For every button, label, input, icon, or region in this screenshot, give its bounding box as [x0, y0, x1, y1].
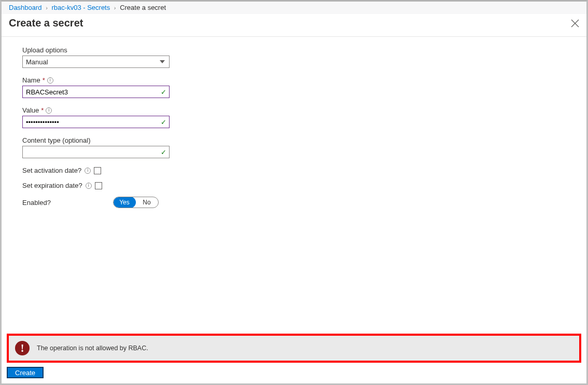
enabled-yes[interactable]: Yes: [113, 197, 136, 208]
value-field: Value * i ✓: [22, 106, 170, 128]
name-input[interactable]: [22, 86, 170, 98]
breadcrumb-secrets[interactable]: rbac-kv03 - Secrets: [52, 4, 110, 11]
expiration-date-checkbox[interactable]: [95, 182, 102, 189]
value-label: Value: [22, 106, 39, 114]
info-icon[interactable]: i: [85, 168, 91, 174]
close-icon[interactable]: [571, 19, 579, 28]
breadcrumb: Dashboard › rbac-kv03 - Secrets › Create…: [2, 2, 586, 14]
upload-options-field: Upload options Manual: [22, 46, 170, 68]
activation-date-row: Set activation date? i: [22, 167, 579, 174]
enabled-toggle[interactable]: Yes No: [113, 197, 159, 208]
enabled-row: Enabled? Yes No: [22, 197, 579, 208]
blade-header: Create a secret: [2, 14, 586, 37]
name-field: Name * i ✓: [22, 76, 170, 98]
enabled-no[interactable]: No: [135, 197, 158, 208]
required-marker: *: [43, 76, 45, 84]
error-banner: ! The operation is not allowed by RBAC.: [7, 334, 581, 363]
content-type-label: Content type (optional): [22, 136, 91, 144]
upload-options-label: Upload options: [22, 46, 67, 54]
chevron-right-icon: ›: [46, 5, 48, 11]
info-icon[interactable]: i: [86, 183, 92, 189]
create-secret-blade: Dashboard › rbac-kv03 - Secrets › Create…: [0, 0, 588, 385]
expiration-date-label: Set expiration date?: [22, 182, 82, 189]
content-type-field: Content type (optional) ✓: [22, 136, 170, 158]
page-title: Create a secret: [9, 17, 83, 29]
value-input[interactable]: [22, 116, 170, 128]
footer-region: ! The operation is not allowed by RBAC. …: [2, 329, 586, 383]
activation-date-label: Set activation date?: [22, 167, 81, 174]
create-button[interactable]: Create: [7, 367, 44, 378]
chevron-down-icon: [160, 60, 165, 63]
activation-date-checkbox[interactable]: [94, 167, 101, 174]
name-label: Name: [22, 76, 40, 84]
required-marker: *: [41, 106, 44, 114]
info-icon[interactable]: i: [47, 77, 53, 84]
content-type-input[interactable]: [22, 146, 170, 158]
error-message: The operation is not allowed by RBAC.: [37, 345, 148, 352]
form: Upload options Manual Name * i ✓ Value *: [2, 37, 586, 329]
chevron-right-icon: ›: [114, 5, 116, 11]
error-icon: !: [15, 341, 30, 355]
enabled-label: Enabled?: [22, 199, 51, 207]
breadcrumb-dashboard[interactable]: Dashboard: [9, 4, 42, 11]
expiration-date-row: Set expiration date? i: [22, 182, 579, 189]
upload-options-select[interactable]: Manual: [22, 56, 170, 68]
info-icon[interactable]: i: [46, 107, 52, 114]
upload-options-value: Manual: [26, 58, 48, 66]
breadcrumb-current: Create a secret: [120, 4, 166, 11]
